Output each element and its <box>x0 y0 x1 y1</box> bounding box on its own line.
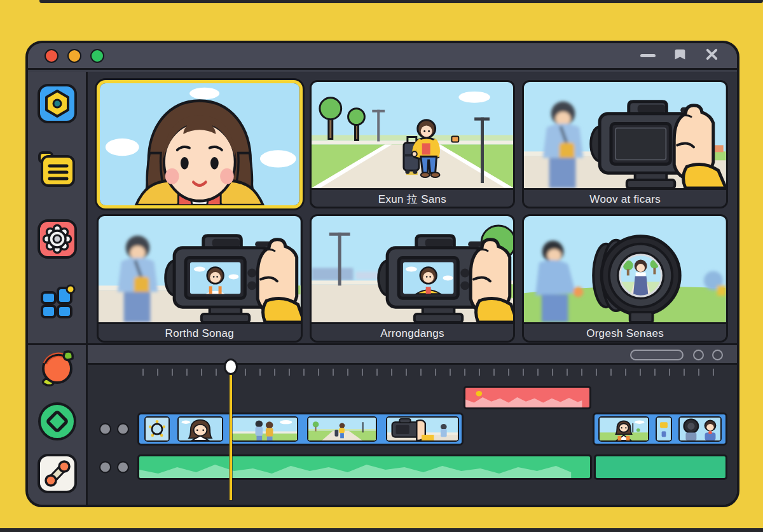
audio-track-dot-1[interactable] <box>99 461 111 474</box>
orange-fruit-icon <box>37 347 78 388</box>
media-card-caption: Arrongdangs <box>312 322 514 343</box>
bookmark-button[interactable] <box>673 48 687 64</box>
video-clip-group-2[interactable] <box>593 413 727 446</box>
girl-orange-clip-art <box>600 418 648 440</box>
media-card-caption: Rorthd Sonag <box>99 322 301 343</box>
window-controls <box>640 47 719 64</box>
diamond-icon <box>37 401 78 442</box>
marker-clip-art <box>657 418 671 440</box>
video-track-dot-2[interactable] <box>117 423 129 435</box>
timeline-control-circle-1[interactable] <box>693 350 704 360</box>
minimize-dash-icon <box>640 54 656 57</box>
overlay-clip-waveform <box>465 388 589 407</box>
media-card-camera-lens[interactable]: Orgesh Senaes <box>522 214 728 343</box>
video-track <box>88 411 737 447</box>
video-track-dot-1[interactable] <box>99 423 111 435</box>
media-card-caption: Woov at ficars <box>524 188 726 208</box>
thumbnail-girl-portrait <box>100 83 299 205</box>
sidebar-item-extras[interactable] <box>37 282 78 323</box>
media-card-camera-back[interactable]: Woov at ficars <box>522 80 728 208</box>
girl-suitcase-art <box>312 82 514 188</box>
girl-clip-art <box>179 418 222 440</box>
audio-segment-2[interactable] <box>594 454 727 480</box>
media-card-girl-suitcase[interactable]: Exun 拉 Sans <box>310 80 516 208</box>
sidebar-item-settings[interactable] <box>37 219 78 259</box>
timeline-toolbar <box>88 345 737 365</box>
hexagon-badge-icon <box>37 83 78 124</box>
zoom-traffic-light[interactable] <box>90 49 104 63</box>
clip-thumb-marker[interactable] <box>656 416 672 442</box>
thumbnail-camera-screen-street <box>312 216 514 322</box>
camera-lens-art <box>524 216 726 322</box>
thumbnail-girl-suitcase <box>312 82 514 188</box>
girl-portrait-art <box>100 83 299 205</box>
audio-track-dot-2[interactable] <box>117 461 129 474</box>
overlay-clip-red[interactable] <box>464 386 591 409</box>
sidebar-item-effects[interactable] <box>37 401 78 442</box>
minimize-traffic-light[interactable] <box>67 49 81 63</box>
camera-back-art <box>524 82 726 188</box>
road-girl-clip-art <box>308 418 376 440</box>
page-top-edge <box>39 0 763 3</box>
link-icon <box>37 453 78 494</box>
clip-thumb-gear[interactable] <box>144 416 170 442</box>
thumbnail-camera-back <box>524 82 726 188</box>
timeline-control-circle-2[interactable] <box>712 350 723 360</box>
video-track-controls <box>99 423 129 435</box>
video-clip-group-1[interactable] <box>137 413 464 446</box>
playhead-handle[interactable] <box>224 358 238 375</box>
titlebar <box>28 43 737 70</box>
media-card-caption: Exun 拉 Sans <box>312 188 514 208</box>
clip-thumb-couple[interactable] <box>231 416 298 442</box>
clip-thumb-road-girl[interactable] <box>307 416 377 442</box>
audio-track-controls <box>99 461 129 474</box>
media-card-girl-portrait[interactable] <box>97 80 303 208</box>
audio-track <box>88 453 737 481</box>
page-bottom-edge <box>0 528 763 532</box>
app-window: Exun 拉 Sans <box>25 41 739 507</box>
camera-screen-girl-art <box>99 216 301 322</box>
camera-screen-street-art <box>312 216 514 322</box>
minimize-button[interactable] <box>640 54 656 57</box>
close-traffic-light[interactable] <box>45 49 58 63</box>
clip-thumb-girl[interactable] <box>177 416 223 442</box>
playhead[interactable] <box>224 358 238 503</box>
clip-thumb-girl-orange[interactable] <box>598 416 649 442</box>
clip-thumb-lens-girl[interactable] <box>678 416 722 442</box>
gift-icon <box>37 282 78 323</box>
clip-thumb-camera[interactable] <box>386 416 459 442</box>
panel-divider <box>28 343 737 345</box>
audio-segment-1[interactable] <box>137 454 592 480</box>
sidebar-item-color-grade[interactable] <box>37 347 78 388</box>
lens-girl-clip-art <box>680 418 720 440</box>
couple-clip-art <box>232 418 297 440</box>
sidebar-item-link-tool[interactable] <box>37 453 78 494</box>
sidebar-item-notes[interactable] <box>37 149 78 189</box>
audio-waveform <box>139 456 590 478</box>
close-button[interactable] <box>705 47 719 64</box>
close-x-icon <box>705 47 719 62</box>
media-library-grid: Exun 拉 Sans <box>88 72 737 343</box>
media-card-camera-screen-girl[interactable]: Rorthd Sonag <box>97 214 303 343</box>
media-card-caption: Orgesh Senaes <box>524 322 726 343</box>
thumbnail-camera-lens <box>524 216 726 322</box>
camera-clip-art <box>387 418 458 440</box>
playhead-line <box>230 367 232 500</box>
sidebar <box>28 72 88 505</box>
timeline <box>88 345 737 505</box>
gear-clip-art <box>146 418 168 440</box>
timeline-zoom-pill[interactable] <box>630 350 684 360</box>
bookmark-icon <box>673 48 687 61</box>
media-card-camera-screen-street[interactable]: Arrongdangs <box>310 214 516 343</box>
traffic-lights <box>45 49 104 63</box>
sidebar-item-media-library[interactable] <box>37 83 78 124</box>
gear-icon <box>37 219 78 259</box>
note-list-icon <box>37 149 78 189</box>
thumbnail-camera-screen-girl <box>99 216 301 322</box>
